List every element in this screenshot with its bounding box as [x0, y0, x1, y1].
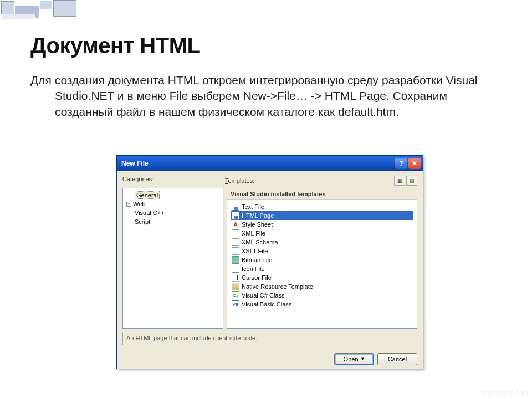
- template-label: Visual C# Class: [242, 292, 284, 299]
- open-button[interactable]: Open▼: [334, 353, 374, 365]
- view-small-icons-button[interactable]: ▤: [406, 176, 417, 186]
- style-icon: A: [232, 221, 239, 228]
- template-label: XML File: [242, 230, 265, 237]
- categories-label: Categories:: [122, 176, 225, 186]
- template-item[interactable]: C#Visual C# Class: [231, 291, 413, 300]
- templates-label: Templates:: [225, 177, 254, 184]
- cancel-button[interactable]: Cancel: [377, 353, 417, 365]
- dialog-title: New File: [121, 160, 394, 167]
- template-label: Cursor File: [242, 274, 272, 281]
- template-item[interactable]: HTML Page: [231, 211, 413, 220]
- template-item[interactable]: XSLT File: [231, 247, 413, 255]
- template-item[interactable]: Cursor File: [231, 273, 413, 282]
- expand-icon[interactable]: +: [126, 202, 131, 207]
- page-icon: [232, 212, 239, 219]
- schema-icon: [232, 238, 239, 246]
- close-button[interactable]: ✕: [408, 158, 421, 169]
- dialog-titlebar[interactable]: New File ? ✕: [117, 156, 423, 171]
- category-item[interactable]: Script: [125, 217, 221, 226]
- view-large-icons-button[interactable]: ▦: [394, 176, 405, 186]
- template-label: XSLT File: [242, 248, 268, 254]
- template-item[interactable]: XML Schema: [231, 238, 413, 247]
- template-label: Visual Basic Class: [242, 301, 291, 308]
- template-item[interactable]: XML File: [231, 229, 413, 238]
- template-label: HTML Page: [242, 212, 274, 219]
- watermark: myshared.ru: [483, 388, 529, 397]
- dialog-button-row: Open▼ Cancel: [117, 349, 423, 369]
- category-label: Script: [135, 218, 150, 225]
- category-label: Visual C++: [135, 209, 165, 216]
- template-item[interactable]: AStyle Sheet: [231, 220, 413, 229]
- template-label: Native Resource Template: [242, 283, 313, 290]
- template-item[interactable]: Text File: [231, 202, 413, 211]
- template-item[interactable]: Native Resource Template: [231, 282, 413, 291]
- templates-list[interactable]: Visual Studio installed templates Text F…: [227, 188, 417, 329]
- xml-icon: [232, 229, 239, 237]
- template-description: An HTML page that can include client-sid…: [122, 332, 417, 345]
- cs-icon: C#: [232, 291, 239, 299]
- xslt-icon: [232, 247, 239, 255]
- templates-group-header: Visual Studio installed templates: [227, 188, 417, 200]
- category-item[interactable]: +Web: [125, 200, 221, 208]
- slide-heading: Документ HTML: [30, 33, 521, 58]
- vb-icon: VB: [232, 300, 239, 308]
- new-file-dialog: New File ? ✕ Categories: Templates: ▦ ▤: [116, 155, 423, 369]
- category-label: Web: [133, 201, 145, 207]
- help-button[interactable]: ?: [395, 158, 407, 169]
- category-item[interactable]: Visual C++: [125, 208, 221, 217]
- template-label: Style Sheet: [242, 221, 273, 228]
- template-item[interactable]: Bitmap File: [231, 255, 413, 264]
- template-label: Icon File: [242, 265, 265, 272]
- slide-body-text: Для создания документа HTML откроем инте…: [30, 73, 485, 120]
- category-label: General: [135, 191, 160, 199]
- category-item[interactable]: General: [125, 191, 221, 200]
- slide-decoration: [0, 0, 94, 25]
- template-label: Text File: [242, 203, 264, 210]
- icon-icon: [232, 265, 239, 273]
- template-label: Bitmap File: [242, 257, 272, 263]
- native-icon: [232, 283, 239, 290]
- categories-tree[interactable]: General+WebVisual C++Script: [122, 188, 223, 329]
- template-item[interactable]: Icon File: [231, 264, 413, 273]
- page-icon: [232, 203, 239, 211]
- bmp-icon: [232, 256, 239, 264]
- template-item[interactable]: VBVisual Basic Class: [231, 300, 413, 309]
- cursor-icon: [232, 274, 239, 282]
- template-label: XML Schema: [242, 239, 278, 245]
